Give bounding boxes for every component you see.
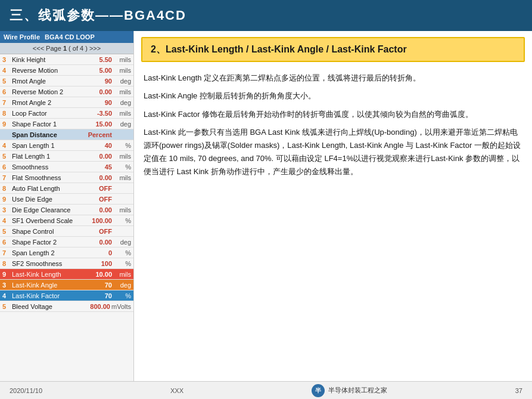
row-num: 5 (2, 153, 11, 160)
row-num: 7 (2, 174, 11, 181)
row-num: 8 (2, 110, 11, 117)
content-title: 2、Last-Kink Length / Last-Kink Angle / L… (151, 43, 515, 56)
table-row[interactable]: 6 Smoothness 45 % (0, 162, 133, 172)
main-layout: Wire Profile BGA4 CD LOOP <<< Page 1 ( o… (0, 31, 532, 381)
table-row[interactable]: 9 Use Die Edge OFF (0, 194, 133, 205)
row-label: Reverse Motion (11, 67, 89, 74)
row-value: 45 (89, 163, 112, 171)
page-nav-suffix: >>> (89, 45, 101, 52)
table-row[interactable]: Span Distance Percent (0, 129, 133, 140)
sidebar[interactable]: Wire Profile BGA4 CD LOOP <<< Page 1 ( o… (0, 31, 134, 381)
content-paragraph: Last-Kink Angle 控制最后转折角的折角角度大小。 (144, 89, 522, 103)
row-value: 800.00 (88, 303, 110, 310)
row-label: Span Length 1 (11, 142, 89, 149)
table-row[interactable]: 4 SF1 Overbend Scale 100.00 % (0, 215, 133, 226)
footer-code: XXX (170, 387, 183, 394)
footer-logo: 半 半导体封装工程之家 (312, 384, 387, 397)
row-label: Last-Kink Length (11, 271, 89, 278)
table-row[interactable]: 8 Auto Flat Length OFF (0, 183, 133, 194)
row-unit: deg (112, 99, 131, 106)
footer-logo-icon: 半 (312, 384, 325, 397)
row-value: 5.50 (89, 56, 112, 63)
row-unit: % (112, 292, 131, 299)
row-unit: deg (112, 239, 131, 246)
page-nav-prefix: <<< Page (33, 45, 61, 52)
row-num: 7 (2, 99, 11, 106)
table-row[interactable]: 9 Shape Factor 1 15.00 deg (0, 119, 133, 129)
table-row[interactable]: 9 Last-Kink Length 10.00 mils (0, 269, 133, 280)
row-label: SF2 Smoothness (11, 260, 89, 267)
row-label: Shape Control (11, 228, 89, 235)
table-row[interactable]: 5 Flat Length 1 0.00 mils (0, 151, 133, 162)
row-value: 0 (89, 249, 112, 256)
table-row[interactable]: 7 Rmot Angle 2 90 deg (0, 97, 133, 108)
table-row[interactable]: 6 Shape Factor 2 0.00 deg (0, 237, 133, 248)
row-value: 0.00 (89, 88, 112, 95)
table-row[interactable]: 5 Shape Control OFF (0, 226, 133, 237)
row-num: 6 (2, 88, 11, 95)
row-value: 90 (89, 78, 112, 85)
row-label: Shape Factor 2 (11, 239, 89, 246)
row-unit: % (112, 142, 131, 149)
table-row[interactable]: 4 Span Length 1 40 % (0, 140, 133, 151)
table-row[interactable]: 6 Reverse Motion 2 0.00 mils (0, 86, 133, 97)
row-num: 5 (2, 303, 11, 310)
page-title: 三、线弧参数——BGA4CD (10, 7, 186, 24)
table-row[interactable]: 4 Reverse Motion 5.00 mils (0, 65, 133, 76)
row-value: 10.00 (89, 271, 112, 278)
table-row[interactable]: 3 Die Edge Clearance 0.00 mils (0, 205, 133, 215)
row-value: -3.50 (89, 110, 112, 117)
table-row[interactable]: 3 Kink Height 5.50 mils (0, 54, 133, 65)
row-label: SF1 Overbend Scale (11, 217, 89, 224)
header: 三、线弧参数——BGA4CD (0, 0, 532, 31)
row-num: 6 (2, 239, 11, 246)
row-value: 15.00 (89, 120, 112, 128)
sidebar-header: Wire Profile BGA4 CD LOOP (0, 31, 133, 43)
row-num: 3 (2, 206, 11, 214)
table-row[interactable]: 8 SF2 Smoothness 100 % (0, 258, 133, 269)
row-label: Flat Length 1 (11, 153, 89, 160)
row-num: 7 (2, 249, 11, 256)
row-label: Rmot Angle (11, 78, 89, 85)
row-value: OFF (89, 196, 112, 203)
content-body: Last-Kink Length 定义在距离第二焊粘点多远的位置，线弧将进行最后… (134, 68, 532, 381)
page-nav[interactable]: <<< Page 1 ( of 4 ) >>> (0, 43, 133, 54)
row-unit: mils (112, 174, 131, 181)
row-unit: deg (112, 78, 131, 85)
row-label: Bleed Voltage (11, 303, 88, 310)
table-row[interactable]: 4 Last-Kink Factor 70 % (0, 290, 133, 301)
row-num: 9 (2, 271, 11, 278)
row-value: 70 (89, 292, 112, 299)
row-value: 70 (89, 282, 112, 289)
table-row[interactable]: 5 Bleed Voltage 800.00 mVolts (0, 301, 133, 312)
table-row[interactable]: 3 Last-Kink Angle 70 deg (0, 280, 133, 290)
table-row[interactable]: 8 Loop Factor -3.50 mils (0, 108, 133, 119)
row-label: Flat Smoothness (11, 174, 89, 181)
row-num: 5 (2, 228, 11, 235)
row-value: 90 (89, 99, 112, 106)
sidebar-rows: 3 Kink Height 5.50 mils 4 Reverse Motion… (0, 54, 133, 312)
row-unit: % (112, 260, 131, 267)
table-row[interactable]: 5 Rmot Angle 90 deg (0, 76, 133, 86)
row-value: 100 (89, 260, 112, 267)
row-value: OFF (89, 185, 112, 192)
row-label: Auto Flat Length (11, 185, 89, 192)
row-num: 8 (2, 260, 11, 267)
row-label: Loop Factor (11, 110, 89, 117)
row-label: Rmot Angle 2 (11, 99, 89, 106)
row-unit: mVolts (110, 303, 131, 310)
content-paragraph: Last-Kink Length 定义在距离第二焊粘点多远的位置，线弧将进行最后… (144, 72, 522, 85)
row-label: Use Die Edge (11, 196, 89, 203)
row-unit: % (112, 217, 131, 224)
row-unit: deg (112, 282, 131, 289)
row-num: 4 (2, 292, 11, 299)
table-row[interactable]: 7 Flat Smoothness 0.00 mils (0, 172, 133, 183)
footer-page: 37 (515, 387, 522, 394)
table-row[interactable]: 7 Span Length 2 0 % (0, 248, 133, 258)
content-panel: 2、Last-Kink Length / Last-Kink Angle / L… (134, 31, 532, 381)
row-value: 40 (89, 142, 112, 149)
row-unit: deg (112, 120, 131, 128)
row-label: Reverse Motion 2 (11, 88, 89, 95)
row-label: Last-Kink Angle (11, 282, 89, 289)
page-current: 1 (63, 45, 67, 52)
